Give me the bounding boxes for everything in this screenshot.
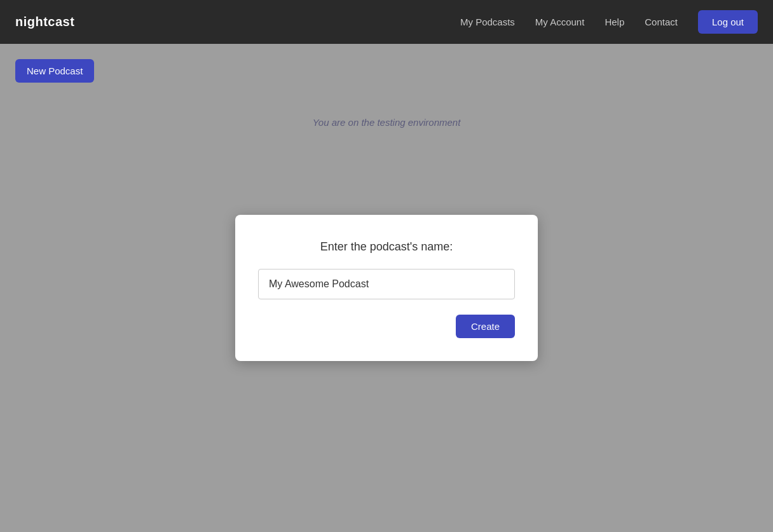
main-content: New Podcast You are on the testing envir… <box>0 44 773 532</box>
create-button[interactable]: Create <box>456 315 515 338</box>
nav-my-podcasts[interactable]: My Podcasts <box>460 17 515 27</box>
modal-overlay: Enter the podcast's name: Create <box>0 44 773 532</box>
nav-links: My Podcasts My Account Help Contact <box>460 17 678 27</box>
modal-dialog: Enter the podcast's name: Create <box>235 215 538 361</box>
brand-logo: nightcast <box>15 15 74 29</box>
modal-title: Enter the podcast's name: <box>258 240 515 254</box>
podcast-name-input[interactable] <box>258 269 515 299</box>
navbar: nightcast My Podcasts My Account Help Co… <box>0 0 773 44</box>
modal-footer: Create <box>258 315 515 338</box>
logout-button[interactable]: Log out <box>698 10 758 34</box>
nav-my-account[interactable]: My Account <box>535 17 585 27</box>
nav-contact[interactable]: Contact <box>645 17 678 27</box>
nav-help[interactable]: Help <box>605 17 624 27</box>
